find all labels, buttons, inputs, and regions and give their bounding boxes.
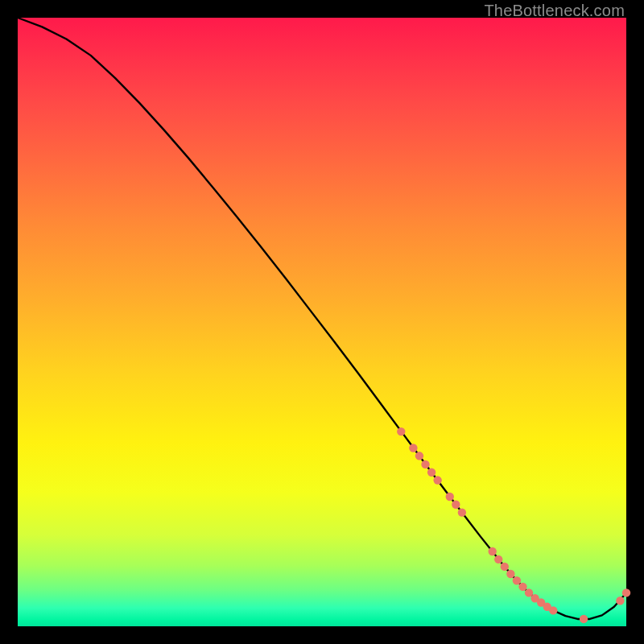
watermark-text: TheBottleneck.com [484, 2, 625, 20]
curve-marker [446, 493, 454, 501]
curve-marker [458, 508, 466, 516]
curve-marker [518, 583, 526, 591]
curve-marker [421, 460, 429, 469]
curve-marker [427, 469, 436, 477]
curve-layer [18, 18, 626, 626]
curve-marker [415, 452, 423, 460]
curve-marker [488, 547, 496, 555]
curve-marker [622, 588, 630, 597]
curve-marker [452, 501, 460, 509]
curve-markers [397, 427, 630, 623]
curve-marker [397, 427, 405, 436]
curve-marker [580, 615, 588, 623]
plot-area [18, 18, 626, 626]
curve-marker [616, 597, 624, 605]
curve-marker [549, 606, 557, 614]
curve-marker [433, 476, 441, 484]
bottleneck-curve [18, 18, 626, 619]
curve-marker [513, 576, 521, 584]
curve-marker [409, 444, 417, 452]
chart-frame: TheBottleneck.com [0, 0, 644, 644]
curve-marker [506, 570, 514, 578]
curve-marker [494, 555, 502, 564]
curve-marker [501, 563, 509, 571]
